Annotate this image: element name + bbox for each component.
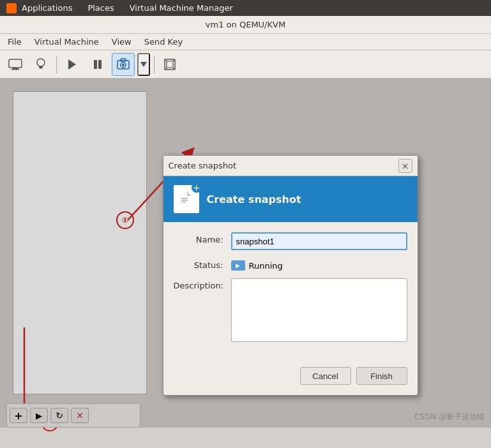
- create-snapshot-dialog: Create snapshot × + Create snapshot: [163, 155, 418, 396]
- places-menu[interactable]: Places: [84, 2, 117, 14]
- window-title: vm1 on QEMU/KVM: [206, 20, 285, 29]
- bulb-button[interactable]: [29, 53, 52, 76]
- name-input[interactable]: [231, 232, 407, 250]
- send-key-menu[interactable]: Send Key: [139, 36, 188, 48]
- dialog-body: Name: Status: Running Descriptio: [163, 222, 418, 362]
- dialog-header: + Create snapshot: [163, 176, 418, 222]
- svg-rect-0: [9, 59, 22, 68]
- document-icon: [179, 190, 194, 208]
- snapshot-button[interactable]: [112, 53, 135, 76]
- bulb-icon: [35, 57, 47, 71]
- svg-marker-6: [68, 59, 76, 70]
- app-menubar: File Virtual Machine View Send Key: [0, 34, 491, 50]
- svg-marker-13: [140, 62, 147, 67]
- svg-rect-8: [98, 60, 102, 69]
- svg-rect-27: [181, 200, 188, 201]
- toolbar: [0, 50, 491, 78]
- svg-rect-5: [40, 68, 43, 69]
- toolbar-sep-2: [154, 56, 155, 73]
- status-field: Running: [231, 258, 407, 271]
- description-field: [231, 278, 407, 344]
- vmm-menu[interactable]: Virtual Machine Manager: [126, 2, 237, 14]
- svg-rect-4: [39, 66, 43, 68]
- view-menu[interactable]: View: [107, 36, 137, 48]
- svg-rect-1: [13, 68, 18, 69]
- status-row: Status: Running: [174, 258, 407, 271]
- status-value: Running: [249, 261, 283, 271]
- cancel-button[interactable]: Cancel: [300, 367, 351, 385]
- status-display: Running: [231, 258, 407, 271]
- finish-button[interactable]: Finish: [356, 367, 407, 385]
- display-button[interactable]: [4, 53, 27, 76]
- display-icon: [8, 59, 22, 70]
- svg-rect-2: [11, 69, 19, 70]
- file-menu[interactable]: File: [3, 36, 27, 48]
- name-label: Name:: [174, 232, 231, 244]
- dialog-close-button[interactable]: ×: [398, 159, 412, 173]
- name-row: Name:: [174, 232, 407, 250]
- svg-rect-10: [121, 59, 126, 61]
- snapshot-header-icon: +: [174, 185, 199, 213]
- pause-icon: [93, 59, 103, 70]
- fullscreen-button[interactable]: [158, 53, 181, 76]
- dialog-header-title: Create snapshot: [207, 193, 301, 205]
- name-field: [231, 232, 407, 250]
- main-content: ① ② + ▶ ↻ ✕ Create snapshot: [0, 78, 491, 428]
- pause-button[interactable]: [86, 53, 109, 76]
- dialog-footer: Cancel Finish: [163, 362, 418, 395]
- toolbar-sep-1: [56, 56, 57, 73]
- fullscreen-icon: [163, 58, 176, 71]
- dropdown-button[interactable]: [137, 53, 150, 76]
- play-button[interactable]: [61, 53, 84, 76]
- applications-icon: [6, 3, 17, 13]
- svg-rect-15: [167, 61, 173, 68]
- dropdown-icon: [140, 62, 147, 67]
- applications-menu[interactable]: Applications: [3, 2, 76, 15]
- virtual-machine-menu[interactable]: Virtual Machine: [29, 36, 104, 48]
- description-label: Description:: [174, 278, 231, 290]
- status-icon: [231, 260, 245, 271]
- status-label: Status:: [174, 258, 231, 270]
- title-bar: vm1 on QEMU/KVM: [0, 16, 491, 34]
- svg-rect-28: [181, 202, 186, 203]
- dialog-titlebar: Create snapshot ×: [163, 156, 418, 176]
- description-row: Description:: [174, 278, 407, 344]
- dialog-title: Create snapshot: [169, 161, 237, 170]
- description-input[interactable]: [231, 278, 407, 342]
- svg-rect-26: [181, 198, 188, 199]
- play-icon: [67, 59, 77, 70]
- svg-rect-7: [94, 60, 97, 69]
- watermark: CSDN @量子波动猫: [414, 412, 485, 422]
- svg-point-12: [122, 64, 125, 66]
- svg-point-3: [37, 59, 45, 66]
- modal-overlay: Create snapshot × + Create snapshot: [0, 78, 491, 428]
- snapshot-icon: [117, 58, 130, 71]
- top-menubar: Applications Places Virtual Machine Mana…: [0, 0, 491, 16]
